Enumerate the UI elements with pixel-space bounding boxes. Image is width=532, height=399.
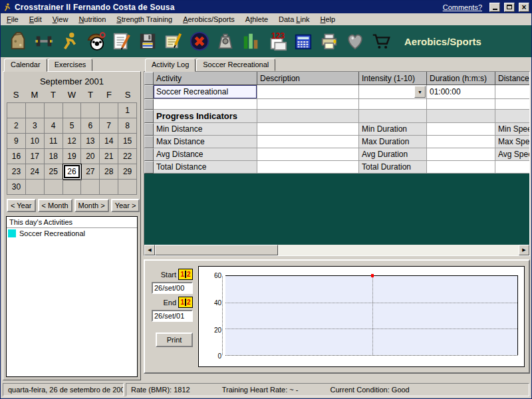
menu-item-view[interactable]: View [47,14,74,25]
entry-description-cell[interactable] [257,85,359,99]
calendar-day-7[interactable]: 7 [100,118,118,134]
column-header-description[interactable]: Description [257,72,359,85]
column-header-duration-h-m-s[interactable]: Duration (h:m:s) [427,72,495,85]
calendar-nav-year[interactable]: Year > [111,199,140,212]
shopping-cart-button[interactable] [368,29,394,54]
menu-item-nutrition[interactable]: Nutrition [73,14,111,25]
tab-exercises[interactable]: Exercises [48,59,93,71]
scrollbar-thumb[interactable] [155,245,278,255]
ytick-40: 40 [204,299,221,307]
row-selector[interactable] [144,110,154,123]
menu-item-strength-training[interactable]: Strength Training [111,14,178,25]
calendar-day-24[interactable]: 24 [26,164,45,180]
grocery-sack-button[interactable] [5,29,31,54]
calendar-day-15[interactable]: 15 [118,134,137,149]
intensity-dropdown-button[interactable]: ▼ [414,86,426,98]
menu-item-aerobics-sports[interactable]: Aerobics/Sports [178,14,240,25]
calendar-day-3[interactable]: 3 [26,118,45,134]
calendar-day-18[interactable]: 18 [45,149,63,164]
entry-distance-cell[interactable] [495,85,530,99]
calendar-day-9[interactable]: 9 [7,134,26,149]
scroll-right-button[interactable]: ▶ [519,245,529,255]
entry-intensity-cell[interactable]: ▼ [359,85,427,99]
end-date-picker-icon[interactable]: 12 [178,297,193,308]
column-header-activity[interactable]: Activity [154,72,257,85]
tab-calendar[interactable]: Calendar [4,59,47,72]
calendar-nav-month[interactable]: Month > [74,199,109,212]
calendar-day-2[interactable]: 2 [7,118,26,134]
calendar-day-4[interactable]: 4 [45,118,63,134]
scale-button[interactable] [212,29,238,54]
calendar-day-26[interactable]: 26 [63,164,82,180]
start-date-input[interactable] [152,282,193,294]
minimize-button[interactable] [489,3,500,12]
calendar-nav-month[interactable]: < Month [38,199,72,212]
barbell-button[interactable] [31,29,57,54]
calendar-day-30[interactable]: 30 [7,180,26,195]
soccer-umbrella-button[interactable] [82,29,108,54]
calendar-day-11[interactable]: 11 [45,134,63,149]
calendar-cell-empty [118,180,137,195]
calendar-day-6[interactable]: 6 [81,118,100,134]
horizontal-scrollbar[interactable]: ◀ ▶ [144,245,529,255]
calendar-day-1[interactable]: 1 [118,103,137,118]
notes-pencil-button[interactable] [160,29,186,54]
column-header-distance[interactable]: Distance [495,72,530,85]
calendar-nav-year[interactable]: < Year [7,199,36,212]
calendar-day-23[interactable]: 23 [7,164,26,180]
calendar-day-25[interactable]: 25 [45,164,63,180]
menu-item-edit[interactable]: Edit [24,14,47,25]
entry-duration-cell[interactable]: 01:00:00 [427,85,495,99]
scrollbar-track[interactable] [278,245,519,255]
start-date-label: Start [161,271,176,279]
comments-link[interactable]: Comments? [443,3,482,11]
menu-item-file[interactable]: File [1,14,24,25]
start-date-picker-icon[interactable]: 12 [178,269,193,280]
calendar-day-20[interactable]: 20 [81,149,100,164]
calendar-day-10[interactable]: 10 [26,134,45,149]
scroll-left-button[interactable]: ◀ [144,245,155,255]
calendar-day-12[interactable]: 12 [63,134,82,149]
entry-activity-cell[interactable]: Soccer Recreational [154,85,257,99]
menu-item-data-link[interactable]: Data Link [273,14,315,25]
data-sheet-123-button[interactable]: 123 [264,29,290,54]
journal-pen-button[interactable] [108,29,134,54]
row-selector[interactable] [144,148,154,161]
row-selector[interactable] [144,136,154,148]
grid-corner-cell[interactable] [144,72,154,85]
row-selector[interactable] [144,99,154,110]
red-x-globe-button[interactable] [186,29,212,54]
calendar-day-16[interactable]: 16 [7,149,26,164]
calendar-day-5[interactable]: 5 [63,118,82,134]
floppy-disk-button[interactable] [134,29,160,54]
heart-button[interactable] [342,29,368,54]
restore-button[interactable] [504,3,515,12]
calendar-day-29[interactable]: 29 [118,164,137,180]
runner-button[interactable] [57,29,82,54]
menu-item-help[interactable]: Help [315,14,341,25]
row-selector[interactable] [144,123,154,136]
calendar-day-14[interactable]: 14 [100,134,118,149]
row-selector[interactable] [144,85,154,99]
end-date-input[interactable] [152,310,193,322]
calculator-button[interactable] [290,29,316,54]
calendar-day-28[interactable]: 28 [100,164,118,180]
activity-list-item[interactable]: Soccer Recreational [7,228,137,239]
calendar-day-22[interactable]: 22 [118,149,137,164]
menu-item-athlete[interactable]: Athlete [240,14,273,25]
calendar-day-17[interactable]: 17 [26,149,45,164]
calendar-day-19[interactable]: 19 [63,149,82,164]
tab-activity-log[interactable]: Activity Log [145,59,196,72]
column-header-intensity-1-10[interactable]: Intensity (1-10) [359,72,427,85]
calendar-day-13[interactable]: 13 [81,134,100,149]
calendar-day-21[interactable]: 21 [100,149,118,164]
printer-button[interactable] [316,29,342,54]
row-selector[interactable] [144,161,154,174]
print-button[interactable]: Print [156,332,193,347]
tab-soccer-recreational[interactable]: Soccer Recreational [196,59,275,71]
bar-chart-button[interactable] [238,29,264,54]
calendar-day-8[interactable]: 8 [118,118,137,134]
close-button[interactable]: × [519,3,529,12]
calendar-day-27[interactable]: 27 [81,164,100,180]
menu-bar: FileEditViewNutritionStrength TrainingAe… [1,13,531,25]
